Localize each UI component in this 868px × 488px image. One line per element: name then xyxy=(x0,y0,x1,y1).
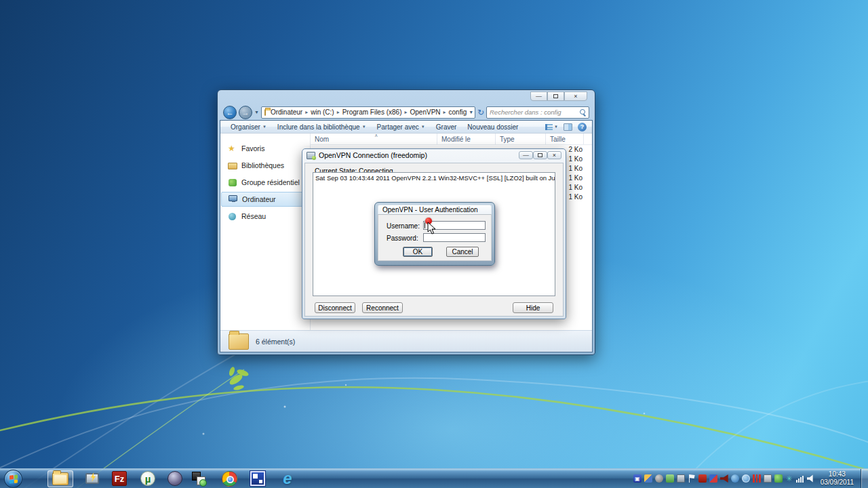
show-desktop-button[interactable] xyxy=(861,469,868,488)
tray-network-computers-icon[interactable] xyxy=(644,474,652,483)
reconnect-button[interactable]: Reconnect xyxy=(362,302,403,313)
file-size-cell[interactable]: 1 Ko xyxy=(568,164,583,174)
file-size-cell[interactable]: 1 Ko xyxy=(568,192,583,202)
address-bar[interactable]: Ordinateur ▸ win (C:) ▸ Program Files (x… xyxy=(261,106,475,119)
mouse-cursor xyxy=(427,222,437,235)
breadcrumb-openvpn[interactable]: OpenVPN xyxy=(408,108,443,116)
ok-button[interactable]: OK xyxy=(403,247,433,257)
auth-titlebar[interactable]: OpenVPN - User Authentication xyxy=(378,205,492,214)
column-header-nom[interactable]: Nom xyxy=(311,134,437,144)
tray-gray-circle-app-icon[interactable] xyxy=(655,474,663,483)
hide-button[interactable]: Hide xyxy=(513,302,553,313)
sidebar-item-favoris[interactable]: ★ Favoris xyxy=(221,141,309,156)
address-folder-icon xyxy=(264,109,266,116)
tray-blue-wheel-app-icon[interactable] xyxy=(742,474,750,483)
file-size-cell[interactable]: 1 Ko xyxy=(568,174,583,183)
network-signal-icon[interactable] xyxy=(796,474,804,483)
search-box[interactable] xyxy=(486,106,589,119)
volume-icon[interactable] xyxy=(807,474,815,483)
maximize-icon[interactable] xyxy=(547,92,564,101)
utorrent-icon: µ xyxy=(140,471,155,486)
taskbar: Fz µ e ▣ ✳ xyxy=(0,468,868,488)
taskbar-filezilla[interactable]: Fz xyxy=(111,470,128,487)
sort-ascending-icon: ᴧ xyxy=(375,133,378,138)
taskbar-utorrent[interactable]: µ xyxy=(139,470,157,487)
tray-printer-icon[interactable] xyxy=(764,474,772,483)
sidebar-item-reseau[interactable]: Réseau xyxy=(221,209,309,224)
back-button[interactable]: ← xyxy=(223,106,237,119)
tray-messenger-icon[interactable] xyxy=(666,474,674,483)
explorer-sidebar: ★ Favoris Bibliothèques Groupe résidenti… xyxy=(220,134,310,330)
taskbar-windows-explorer[interactable] xyxy=(47,470,73,487)
column-header-modifie-le[interactable]: Modifié le xyxy=(437,134,496,144)
file-size-cell[interactable]: 1 Ko xyxy=(568,155,583,164)
tray-blue-globe-app-icon[interactable] xyxy=(731,474,739,483)
toolbar-nouveau-dossier[interactable]: Nouveau dossier xyxy=(462,123,523,131)
minimize-icon[interactable]: — xyxy=(519,151,533,159)
taskbar-internet-explorer[interactable]: e xyxy=(279,470,296,487)
breadcrumb-config[interactable]: config xyxy=(447,108,469,116)
file-size-cell[interactable]: 1 Ko xyxy=(568,183,583,192)
close-icon[interactable]: × xyxy=(564,92,587,101)
toolbar-inclure-bibliotheque[interactable]: Inclure dans la bibliothèque ▼ xyxy=(273,123,371,131)
chrome-icon xyxy=(222,471,237,487)
openvpn-titlebar[interactable]: OpenVPN Connection (freedomip) — × xyxy=(302,149,566,161)
sidebar-item-bibliotheques[interactable]: Bibliothèques xyxy=(221,158,309,173)
search-input[interactable] xyxy=(490,108,580,116)
tray-audio-horn-icon[interactable] xyxy=(720,474,728,483)
sphere-app-icon xyxy=(167,471,182,486)
taskbar-network-shares-app[interactable] xyxy=(190,470,208,487)
toolbar-graver[interactable]: Graver xyxy=(431,123,462,131)
close-icon[interactable]: × xyxy=(547,151,561,159)
clock-date: 03/09/2011 xyxy=(821,479,854,487)
toolbar-organiser[interactable]: Organiser ▼ xyxy=(226,123,271,131)
computer-icon xyxy=(229,195,237,201)
cancel-button[interactable]: Cancel xyxy=(446,247,479,257)
explorer-folder-icon xyxy=(52,472,68,485)
search-icon xyxy=(580,109,586,115)
view-list-icon xyxy=(545,124,553,130)
preview-pane-icon[interactable] xyxy=(564,123,572,131)
tray-teal-star-app-icon[interactable]: ✳ xyxy=(785,474,793,483)
toolbar-partager-avec[interactable]: Partager avec ▼ xyxy=(372,123,430,131)
history-dropdown-icon[interactable]: ▼ xyxy=(254,110,259,115)
taskbar-sphere-app[interactable] xyxy=(166,470,184,487)
disconnect-button[interactable]: Disconnect xyxy=(315,302,355,313)
forward-button[interactable]: → xyxy=(239,106,252,119)
taskbar-chrome[interactable] xyxy=(220,470,238,487)
network-icon xyxy=(229,213,236,220)
taskbar-blue-tool-app[interactable] xyxy=(249,470,267,487)
tray-action-center-flag-icon[interactable] xyxy=(688,474,696,483)
tray-green-updater-icon[interactable] xyxy=(774,474,783,483)
taskbar-openvpn-gui[interactable] xyxy=(83,470,101,487)
refresh-icon[interactable]: ↻ xyxy=(477,108,484,117)
filezilla-icon: Fz xyxy=(112,471,127,486)
maximize-icon[interactable] xyxy=(533,151,547,159)
minimize-icon[interactable]: — xyxy=(530,92,547,101)
breadcrumb-program-files[interactable]: Program Files (x86) xyxy=(340,108,404,116)
explorer-titlebar[interactable]: — × xyxy=(218,90,595,104)
folder-icon xyxy=(229,333,249,350)
tray-ati-catalyst-icon[interactable] xyxy=(698,474,707,483)
clock-time: 10:43 xyxy=(821,470,854,479)
details-pane: 6 élément(s) xyxy=(220,330,592,352)
tray-input-language-icon[interactable] xyxy=(709,474,717,483)
tray-remote-display-icon[interactable] xyxy=(677,474,685,483)
file-size-cell[interactable]: 2 Ko xyxy=(568,145,583,155)
help-icon[interactable]: ? xyxy=(578,123,587,131)
windows-logo-icon xyxy=(9,474,18,483)
network-shares-icon xyxy=(191,471,206,486)
tray-red-bars-app-icon[interactable] xyxy=(753,474,761,483)
start-button[interactable] xyxy=(4,470,22,488)
change-view-button[interactable]: ▼ xyxy=(545,124,558,130)
breadcrumb-ordinateur[interactable]: Ordinateur xyxy=(269,108,304,116)
sidebar-item-groupe-residentiel[interactable]: Groupe résidentiel xyxy=(221,175,309,190)
address-dropdown-icon[interactable]: ▼ xyxy=(469,110,473,115)
column-header-taille[interactable]: Taille xyxy=(546,134,584,144)
tray-blue-square-app-icon[interactable]: ▣ xyxy=(633,474,642,483)
sidebar-item-ordinateur[interactable]: Ordinateur xyxy=(221,192,309,207)
column-header-type[interactable]: Type xyxy=(496,134,546,144)
taskbar-clock[interactable]: 10:43 03/09/2011 xyxy=(821,470,854,487)
breadcrumb-win-c[interactable]: win (C:) xyxy=(309,108,336,116)
explorer-nav-row: ← → ▼ Ordinateur ▸ win (C:) ▸ Program Fi… xyxy=(218,104,595,120)
